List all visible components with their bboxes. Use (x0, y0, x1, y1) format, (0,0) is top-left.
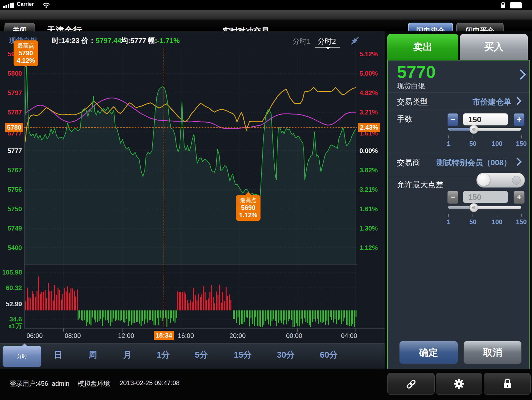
chevron-right-icon[interactable] (516, 69, 526, 80)
spread-plus-button[interactable]: + (514, 191, 525, 204)
period-tab-日[interactable]: 日 (48, 349, 68, 361)
chart-region: 现货白银 时:14:23 价：5797.44 均:5777 幅:-1.71% 分… (0, 31, 385, 369)
slider-mark-label: 150 (515, 140, 528, 147)
x-axis-tick (181, 329, 181, 332)
chart-price: 价：5797.44 (81, 36, 122, 46)
y-axis-price-label: 5749 (0, 225, 22, 232)
x-axis-time-label: 04:00 (339, 332, 359, 340)
broker-label: 交易商 (397, 157, 420, 168)
x-axis-tick (63, 329, 64, 332)
slider-mark-label: 1 (442, 140, 455, 147)
price-area-fill (25, 60, 356, 265)
spread-input[interactable]: 150 (463, 191, 508, 203)
crosshair-price-badge: 5780 (5, 123, 23, 132)
lots-input[interactable]: 150 (463, 113, 508, 125)
period-tab-周[interactable]: 周 (83, 349, 102, 361)
period-tab-5分[interactable]: 5分 (192, 349, 211, 361)
x-axis-time-label: 16:00 (176, 332, 196, 340)
tab-buy[interactable]: 买入 (460, 34, 528, 60)
volume-axis-label: 105.98 (0, 269, 22, 276)
y-axis-percent-label: 1.61% (359, 130, 378, 137)
trade-panel: 卖出 买入 5770 现货白银 交易类型 市价建仓单 手数 − 150 + 15… (385, 31, 532, 400)
chart-change-value: -1.71% (157, 37, 180, 45)
tab-minute-chart-1[interactable]: 分时1 (293, 37, 311, 46)
divider (388, 153, 529, 153)
period-tab-分时[interactable]: 分时 (3, 346, 41, 367)
order-price: 5770 (397, 62, 436, 82)
price-chart-plot[interactable] (24, 49, 357, 328)
y-axis-percent-label: 3.82% (359, 167, 378, 174)
max-spread-toggle[interactable] (476, 173, 525, 188)
x-axis-time-label: 20:00 (228, 332, 247, 340)
chart-price-label: 价： (81, 37, 96, 45)
link-icon (406, 379, 417, 390)
period-tab-月[interactable]: 月 (118, 349, 137, 361)
y-axis-percent-label: 5.00% (359, 70, 378, 77)
x-axis-time-label: 08:00 (63, 332, 82, 340)
lots-plus-button[interactable]: + (514, 113, 525, 126)
divider (388, 111, 529, 111)
connection-button[interactable] (387, 373, 435, 395)
lots-label: 手数 (397, 114, 412, 124)
max-spread-label: 允许最大点差 (397, 179, 443, 190)
y-axis-price-label: 5756 (0, 186, 22, 193)
carrier-label: Carrier (17, 1, 34, 7)
gear-icon (453, 378, 464, 389)
slider-tick (448, 135, 449, 138)
trade-type-label: 交易类型 (397, 97, 428, 107)
slider-tick (497, 214, 497, 217)
x-axis-time-label: 12:00 (116, 332, 136, 340)
y-axis-percent-label: 1.61% (359, 205, 378, 213)
chart-change-label: 幅: (148, 37, 157, 45)
trade-type-value[interactable]: 市价建仓单 (473, 97, 511, 107)
tab-minute-chart-2[interactable]: 分时2 (318, 37, 336, 46)
volume-axis-label: 34.6 (0, 316, 22, 323)
slider-tick (473, 135, 473, 138)
datetime-label: 2013-02-25 09:47:08 (120, 379, 180, 387)
slider-tick (448, 214, 449, 217)
crosshair-percent-badge: 2.43% (358, 123, 380, 132)
y-axis-percent-label: 0.00% (359, 147, 378, 155)
nav-bar: 关闭 天津金行 实时对冲交易 闪电建仓 闪电平仓 (0, 10, 532, 31)
order-form: 5770 现货白银 交易类型 市价建仓单 手数 − 150 + 15010015… (387, 60, 530, 371)
toggle-dot (512, 176, 521, 185)
spread-minus-button[interactable]: − (447, 191, 458, 204)
selected-tab-notch (22, 343, 27, 346)
period-tab-bar: 分时日周月1分5分15分30分60分 (0, 343, 385, 369)
period-tab-15分[interactable]: 15分 (233, 349, 252, 361)
status-bar: Carrier (0, 0, 532, 10)
chevron-right-icon[interactable] (513, 157, 521, 166)
chevron-right-icon[interactable] (513, 97, 521, 105)
order-instrument: 现货白银 (397, 81, 425, 91)
period-tab-30分[interactable]: 30分 (276, 349, 295, 361)
lots-minus-button[interactable]: − (447, 113, 458, 126)
spread-slider-knob[interactable] (469, 203, 478, 212)
settings-button[interactable] (436, 373, 482, 395)
slider-mark-label: 100 (490, 218, 504, 226)
slider-tick (497, 135, 497, 138)
toggle-knob[interactable] (477, 174, 490, 186)
divider (388, 92, 529, 92)
broker-value[interactable]: 测试特别会员（008） (436, 157, 511, 168)
collapse-arrows-icon[interactable] (350, 36, 360, 46)
y-axis-percent-label: 1.12% (359, 244, 378, 252)
x-axis-tick (240, 329, 240, 332)
tab-sell[interactable]: 卖出 (387, 34, 458, 60)
volume-bars (25, 276, 356, 327)
y-axis-price-label: 5800 (0, 70, 22, 77)
period-tab-1分[interactable]: 1分 (154, 349, 173, 361)
slider-tick (473, 214, 473, 217)
y-axis-price-label: 5787 (0, 109, 22, 116)
y-axis-percent-label: 4.82% (359, 89, 378, 97)
lock-button[interactable] (484, 373, 531, 395)
x-axis-line (24, 328, 385, 329)
x-axis-tick (26, 329, 26, 332)
period-tab-60分[interactable]: 60分 (319, 349, 338, 361)
lots-slider-knob[interactable] (469, 125, 478, 134)
cancel-button[interactable]: 取消 (463, 341, 522, 364)
slider-tick (521, 214, 522, 217)
chart-symbol: 现货白银 (9, 36, 37, 46)
volume-axis-label: 52.99 (0, 300, 22, 308)
confirm-button[interactable]: 确定 (399, 341, 458, 364)
signal-strength-icon (3, 3, 16, 8)
